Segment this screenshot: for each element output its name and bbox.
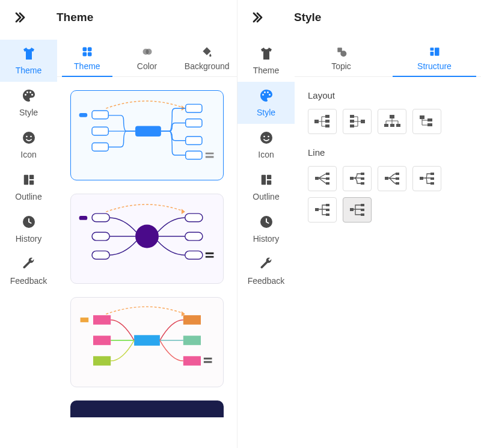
- tab-background[interactable]: Background: [177, 40, 237, 76]
- theme-preview-diagram: [71, 194, 223, 282]
- sidebar-item-feedback[interactable]: Feedback: [237, 250, 295, 292]
- tab-structure[interactable]: Structure: [388, 40, 481, 76]
- line-option-1[interactable]: [308, 166, 337, 191]
- left-sidebar: Theme Style Icon Outline: [0, 35, 57, 448]
- sidebar-item-icon[interactable]: Icon: [0, 124, 57, 166]
- tab-label: Topic: [331, 61, 351, 71]
- svg-rect-85: [396, 182, 399, 185]
- tab-label: Theme: [74, 61, 100, 71]
- svg-rect-20: [186, 119, 202, 127]
- sidebar-item-label: Outline: [15, 192, 41, 201]
- line-option-4[interactable]: [412, 166, 441, 191]
- sidebar-item-style[interactable]: Style: [237, 82, 295, 124]
- layout-icon: [22, 173, 36, 187]
- line-option-2[interactable]: [343, 166, 372, 191]
- svg-rect-78: [350, 177, 354, 180]
- svg-rect-29: [92, 251, 109, 259]
- svg-rect-50: [261, 175, 265, 185]
- sidebar-item-outline[interactable]: Outline: [0, 166, 57, 208]
- svg-rect-77: [326, 182, 329, 185]
- sidebar-item-theme[interactable]: Theme: [237, 40, 295, 82]
- svg-rect-8: [88, 47, 92, 51]
- svg-rect-3: [23, 175, 28, 185]
- theme-thumbnails: [57, 77, 237, 448]
- svg-rect-21: [186, 137, 202, 145]
- svg-rect-22: [186, 151, 202, 159]
- layout-left-tree[interactable]: [343, 109, 372, 134]
- left-pane-header: Theme: [0, 0, 237, 35]
- sidebar-item-theme[interactable]: Theme: [0, 40, 57, 82]
- sidebar-item-icon[interactable]: Icon: [237, 124, 295, 166]
- svg-point-49: [268, 136, 269, 138]
- line-option-5[interactable]: [308, 197, 337, 222]
- collapse-button[interactable]: [248, 9, 265, 26]
- svg-rect-86: [420, 177, 423, 180]
- svg-rect-54: [337, 48, 342, 52]
- svg-rect-64: [350, 115, 354, 118]
- svg-rect-75: [326, 173, 329, 175]
- sidebar-item-history[interactable]: History: [237, 208, 295, 250]
- sidebar-item-label: History: [253, 234, 280, 244]
- svg-rect-93: [326, 213, 329, 216]
- left-content: Theme Color Background: [57, 35, 237, 448]
- svg-point-12: [146, 49, 152, 55]
- svg-rect-44: [183, 356, 201, 366]
- svg-rect-97: [361, 213, 364, 216]
- left-tabs: Theme Color Background: [57, 40, 237, 77]
- tab-color[interactable]: Color: [117, 40, 177, 76]
- theme-thumbnail-1[interactable]: [70, 90, 224, 180]
- svg-rect-66: [350, 124, 354, 127]
- svg-rect-5: [29, 180, 33, 185]
- smile-icon: [22, 130, 36, 145]
- svg-rect-71: [420, 115, 424, 119]
- shirt-icon: [259, 46, 274, 61]
- svg-rect-19: [186, 104, 202, 112]
- svg-rect-56: [430, 48, 434, 51]
- sidebar-item-outline[interactable]: Outline: [237, 166, 295, 208]
- layout-org-chart[interactable]: [378, 109, 406, 134]
- layout-right-tree[interactable]: [308, 109, 337, 134]
- sidebar-item-history[interactable]: History: [0, 208, 57, 250]
- sidebar-item-label: Feedback: [10, 276, 47, 286]
- line-option-3[interactable]: [378, 166, 406, 191]
- svg-point-2: [30, 136, 32, 138]
- sidebar-item-style[interactable]: Style: [0, 82, 57, 124]
- svg-rect-52: [266, 180, 271, 185]
- svg-rect-74: [315, 177, 319, 180]
- collapse-button[interactable]: [11, 9, 28, 26]
- svg-rect-92: [326, 209, 329, 211]
- svg-rect-17: [92, 143, 108, 152]
- clock-icon: [22, 215, 36, 229]
- layout-tree-down[interactable]: [412, 109, 441, 134]
- svg-rect-27: [92, 213, 109, 222]
- sidebar-item-label: Theme: [16, 66, 42, 75]
- sidebar-item-label: Feedback: [248, 276, 284, 286]
- line-option-6[interactable]: [343, 197, 372, 222]
- tab-label: Background: [185, 61, 230, 71]
- tab-topic[interactable]: Topic: [295, 40, 388, 76]
- theme-thumbnail-2[interactable]: [70, 194, 224, 284]
- theme-preview-diagram: [71, 91, 223, 179]
- sidebar-item-feedback[interactable]: Feedback: [0, 250, 57, 292]
- theme-thumbnail-4[interactable]: [70, 400, 224, 417]
- clock-icon: [259, 215, 274, 229]
- sidebar-item-label: Outline: [253, 192, 279, 201]
- tab-theme[interactable]: Theme: [57, 40, 117, 76]
- chevron-double-right-icon: [12, 10, 26, 25]
- svg-rect-80: [361, 177, 364, 180]
- svg-rect-91: [326, 204, 329, 206]
- svg-rect-67: [390, 115, 394, 118]
- theme-thumbnail-3[interactable]: [70, 297, 224, 387]
- svg-point-1: [26, 136, 28, 138]
- svg-marker-25: [182, 209, 185, 214]
- right-pane: Style Theme Style Icon: [237, 0, 481, 448]
- svg-point-26: [135, 225, 159, 248]
- svg-rect-83: [396, 173, 399, 175]
- svg-rect-68: [384, 124, 388, 127]
- right-content: Topic Structure Layout: [295, 35, 481, 448]
- layout-options: [308, 109, 468, 134]
- svg-rect-31: [185, 213, 203, 222]
- svg-rect-81: [361, 182, 364, 185]
- pane-title: Style: [294, 11, 321, 24]
- svg-rect-60: [325, 115, 329, 118]
